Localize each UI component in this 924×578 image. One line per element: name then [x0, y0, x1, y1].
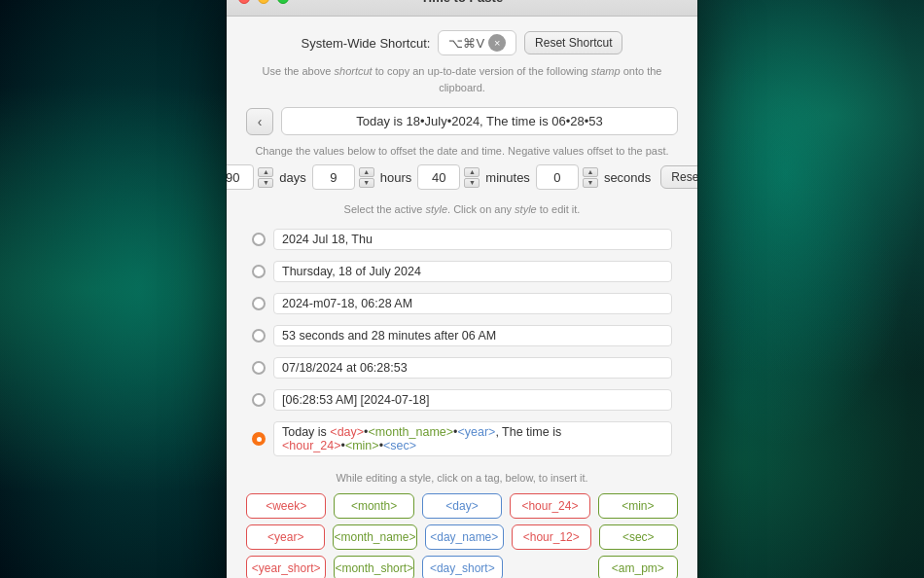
- tag-sec-button[interactable]: <sec>: [599, 524, 678, 550]
- style1-radio[interactable]: [252, 233, 266, 246]
- minimize-button[interactable]: [258, 0, 269, 4]
- tag-day-short-button[interactable]: <day_short>: [422, 556, 502, 578]
- tag-day: <day>: [330, 425, 364, 439]
- shortcut-value: ⌥⌘V: [448, 36, 484, 51]
- days-input[interactable]: [227, 164, 254, 190]
- template-plain2: , The time is: [495, 425, 561, 439]
- close-button[interactable]: [238, 0, 250, 4]
- reset-offset-button[interactable]: Reset: [660, 165, 697, 189]
- tag-month-name-button[interactable]: <month_name>: [333, 524, 416, 550]
- style6-text[interactable]: [06:28:53 AM] [2024-07-18]: [273, 389, 672, 411]
- back-button[interactable]: ‹: [246, 108, 273, 135]
- main-window: Time to Paste System-Wide Shortcut: ⌥⌘V …: [227, 0, 697, 578]
- tag-min: <min>: [345, 439, 379, 452]
- shortcut-badge: ⌥⌘V ×: [438, 30, 516, 55]
- hours-input[interactable]: [312, 164, 355, 190]
- minutes-spinner-group: ▲ ▼: [417, 164, 480, 190]
- stamp-display: Today is 18•July•2024, The time is 06•28…: [281, 107, 678, 135]
- style2-radio[interactable]: [252, 265, 266, 278]
- hours-arrows: ▲ ▼: [359, 167, 374, 188]
- hours-up-arrow[interactable]: ▲: [359, 167, 374, 177]
- tag-year-button[interactable]: <year>: [246, 524, 325, 550]
- tag-row-1: <week> <month> <day> <hour_24> <min>: [246, 493, 678, 519]
- style7-radio[interactable]: [252, 432, 266, 446]
- seconds-label: seconds: [604, 170, 651, 185]
- editing-help-text: While editing a style, click on a tag, b…: [246, 472, 678, 484]
- tag-hour12-button[interactable]: <hour_12>: [512, 524, 590, 550]
- seconds-input[interactable]: [536, 164, 579, 190]
- hours-down-arrow[interactable]: ▼: [359, 178, 374, 188]
- style3-radio[interactable]: [252, 297, 266, 310]
- style7-text[interactable]: Today is <day>•<month_name>•<year>, The …: [273, 421, 672, 456]
- style1-text[interactable]: 2024 Jul 18, Thu: [273, 229, 672, 250]
- tag-month-short-button[interactable]: <month_short>: [334, 556, 414, 578]
- window-content: System-Wide Shortcut: ⌥⌘V × Reset Shortc…: [227, 17, 697, 578]
- days-spinner-group: ▲ ▼: [227, 164, 273, 190]
- tag-month-button[interactable]: <month>: [334, 493, 413, 519]
- days-up-arrow[interactable]: ▲: [258, 167, 273, 177]
- window-title: Time to Paste: [421, 0, 503, 5]
- tag-year: <year>: [457, 425, 495, 439]
- minutes-arrows: ▲ ▼: [464, 167, 480, 188]
- days-down-arrow[interactable]: ▼: [258, 178, 273, 188]
- titlebar: Time to Paste: [227, 0, 697, 17]
- style5-text[interactable]: 07/18/2024 at 06:28:53: [273, 357, 672, 379]
- tag-year-short-button[interactable]: <year_short>: [246, 556, 326, 578]
- list-item[interactable]: 07/18/2024 at 06:28:53: [246, 353, 678, 382]
- list-item[interactable]: Thursday, 18 of July 2024: [246, 257, 678, 286]
- template-plain: Today is: [282, 425, 330, 439]
- style5-radio[interactable]: [252, 361, 266, 375]
- tag-hour24-button[interactable]: <hour_24>: [510, 493, 589, 519]
- minutes-up-arrow[interactable]: ▲: [464, 167, 480, 177]
- hours-label: hours: [380, 170, 412, 185]
- tag-row-3: <year_short> <month_short> <day_short> <…: [246, 556, 678, 578]
- style4-radio[interactable]: [252, 329, 266, 343]
- list-item[interactable]: 2024 Jul 18, Thu: [246, 225, 678, 254]
- traffic-lights: [238, 0, 289, 4]
- style3-text[interactable]: 2024-m07-18, 06:28 AM: [273, 293, 672, 314]
- tag-row-2: <year> <month_name> <day_name> <hour_12>…: [246, 524, 678, 550]
- tag-week-button[interactable]: <week>: [246, 493, 326, 519]
- tag-sec-inline: <sec>: [383, 439, 416, 452]
- days-label: days: [279, 170, 305, 185]
- shortcut-row: System-Wide Shortcut: ⌥⌘V × Reset Shortc…: [246, 30, 678, 55]
- style4-text[interactable]: 53 seconds and 28 minutes after 06 AM: [273, 325, 672, 346]
- minutes-input[interactable]: [417, 164, 460, 190]
- style-list: 2024 Jul 18, Thu Thursday, 18 of July 20…: [246, 225, 678, 460]
- seconds-spinner-group: ▲ ▼: [536, 164, 598, 190]
- days-arrows: ▲ ▼: [258, 167, 273, 188]
- maximize-button[interactable]: [277, 0, 289, 4]
- tag-day-button[interactable]: <day>: [422, 493, 502, 519]
- stamp-area: ‹ Today is 18•July•2024, The time is 06•…: [246, 107, 678, 135]
- reset-shortcut-button[interactable]: Reset Shortcut: [524, 31, 622, 54]
- select-style-text: Select the active style. Click on any st…: [246, 203, 678, 215]
- list-item[interactable]: 53 seconds and 28 minutes after 06 AM: [246, 321, 678, 350]
- tag-am-pm-button[interactable]: <am_pm>: [598, 556, 678, 578]
- tag-grid: <week> <month> <day> <hour_24> <min> <ye…: [246, 493, 678, 578]
- tag-hour24: <hour_24>: [282, 439, 340, 452]
- tag-empty-spacer: [511, 556, 590, 578]
- seconds-down-arrow[interactable]: ▼: [583, 178, 598, 188]
- style2-text[interactable]: Thursday, 18 of July 2024: [273, 261, 672, 282]
- minutes-down-arrow[interactable]: ▼: [464, 178, 480, 188]
- hours-spinner-group: ▲ ▼: [312, 164, 374, 190]
- minutes-label: minutes: [485, 170, 530, 185]
- tag-day-name-button[interactable]: <day_name>: [425, 524, 504, 550]
- style6-radio[interactable]: [252, 393, 266, 407]
- seconds-up-arrow[interactable]: ▲: [583, 167, 598, 177]
- shortcut-help-text: Use the above shortcut to copy an up-to-…: [246, 63, 678, 95]
- offset-row: ▲ ▼ days ▲ ▼ hours ▲ ▼: [246, 164, 678, 190]
- list-item[interactable]: Today is <day>•<month_name>•<year>, The …: [246, 417, 678, 460]
- seconds-arrows: ▲ ▼: [583, 167, 598, 188]
- tag-month-name: <month_name>: [369, 425, 454, 439]
- tag-min-button[interactable]: <min>: [598, 493, 678, 519]
- shortcut-label: System-Wide Shortcut:: [302, 36, 431, 51]
- shortcut-clear-button[interactable]: ×: [488, 34, 506, 52]
- offset-help-text: Change the values below to offset the da…: [246, 145, 678, 157]
- list-item[interactable]: 2024-m07-18, 06:28 AM: [246, 289, 678, 318]
- list-item[interactable]: [06:28:53 AM] [2024-07-18]: [246, 385, 678, 415]
